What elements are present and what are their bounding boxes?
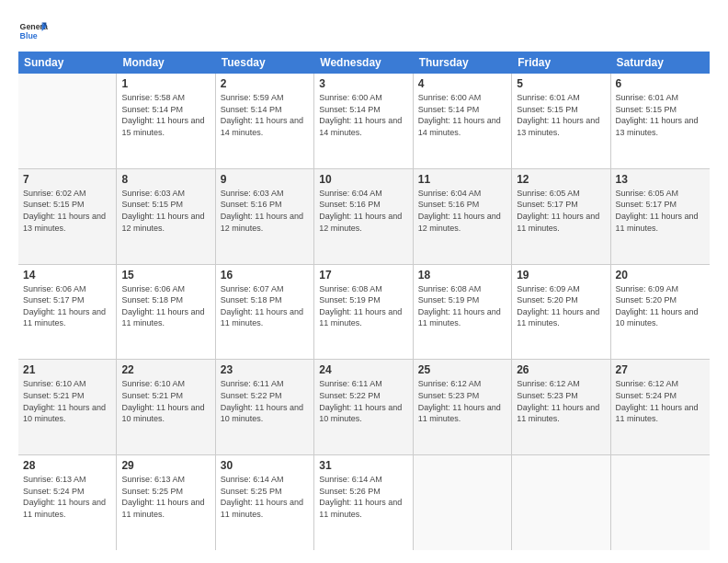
cell-info: Sunrise: 6:01 AMSunset: 5:15 PMDaylight:… — [616, 92, 705, 138]
day-number: 14 — [23, 269, 111, 282]
day-number: 18 — [418, 269, 506, 282]
day-number: 20 — [616, 269, 705, 282]
calendar-cell: 23Sunrise: 6:11 AMSunset: 5:22 PMDayligh… — [216, 360, 314, 454]
calendar: SundayMondayTuesdayWednesdayThursdayFrid… — [18, 52, 710, 550]
calendar-cell: 3Sunrise: 6:00 AMSunset: 5:14 PMDaylight… — [314, 74, 413, 168]
day-number: 21 — [23, 363, 111, 376]
cell-info: Sunrise: 6:09 AMSunset: 5:20 PMDaylight:… — [517, 283, 605, 329]
calendar-cell — [611, 455, 710, 550]
cell-info: Sunrise: 6:03 AMSunset: 5:16 PMDaylight:… — [221, 188, 309, 234]
calendar-cell: 21Sunrise: 6:10 AMSunset: 5:21 PMDayligh… — [18, 360, 117, 454]
header-day: Thursday — [414, 52, 512, 74]
calendar-cell: 15Sunrise: 6:06 AMSunset: 5:18 PMDayligh… — [117, 265, 215, 360]
calendar-cell: 10Sunrise: 6:04 AMSunset: 5:16 PMDayligh… — [314, 169, 413, 264]
calendar-cell: 30Sunrise: 6:14 AMSunset: 5:25 PMDayligh… — [216, 455, 314, 550]
day-number: 2 — [221, 77, 309, 90]
day-number: 28 — [23, 459, 111, 472]
day-number: 1 — [121, 77, 210, 90]
day-number: 5 — [517, 77, 605, 90]
day-number: 8 — [121, 173, 210, 186]
calendar-cell: 1Sunrise: 5:58 AMSunset: 5:14 PMDaylight… — [117, 74, 215, 168]
cell-info: Sunrise: 6:13 AMSunset: 5:25 PMDaylight:… — [121, 474, 210, 520]
calendar-cell: 18Sunrise: 6:08 AMSunset: 5:19 PMDayligh… — [414, 265, 512, 360]
day-number: 25 — [418, 363, 506, 376]
logo: General Blue — [18, 17, 48, 46]
cell-info: Sunrise: 6:11 AMSunset: 5:22 PMDaylight:… — [319, 378, 407, 424]
day-number: 27 — [616, 363, 705, 376]
calendar-header: SundayMondayTuesdayWednesdayThursdayFrid… — [18, 52, 710, 74]
day-number: 16 — [221, 269, 309, 282]
calendar-cell: 4Sunrise: 6:00 AMSunset: 5:14 PMDaylight… — [414, 74, 512, 168]
calendar-row: 21Sunrise: 6:10 AMSunset: 5:21 PMDayligh… — [18, 360, 710, 455]
cell-info: Sunrise: 6:04 AMSunset: 5:16 PMDaylight:… — [319, 188, 407, 234]
calendar-page: General Blue SundayMondayTuesdayWednesda… — [0, 0, 728, 563]
calendar-cell: 28Sunrise: 6:13 AMSunset: 5:24 PMDayligh… — [18, 455, 117, 550]
calendar-cell: 16Sunrise: 6:07 AMSunset: 5:18 PMDayligh… — [216, 265, 314, 360]
svg-text:Blue: Blue — [20, 31, 38, 40]
logo-icon: General Blue — [18, 17, 48, 46]
day-number: 15 — [121, 269, 210, 282]
calendar-cell: 14Sunrise: 6:06 AMSunset: 5:17 PMDayligh… — [18, 265, 117, 360]
calendar-cell: 19Sunrise: 6:09 AMSunset: 5:20 PMDayligh… — [512, 265, 610, 360]
calendar-cell: 5Sunrise: 6:01 AMSunset: 5:15 PMDaylight… — [512, 74, 610, 168]
day-number: 22 — [121, 363, 210, 376]
calendar-cell: 24Sunrise: 6:11 AMSunset: 5:22 PMDayligh… — [314, 360, 413, 454]
day-number: 4 — [418, 77, 506, 90]
calendar-cell: 25Sunrise: 6:12 AMSunset: 5:23 PMDayligh… — [414, 360, 512, 454]
cell-info: Sunrise: 6:13 AMSunset: 5:24 PMDaylight:… — [23, 474, 111, 520]
day-number: 10 — [319, 173, 407, 186]
cell-info: Sunrise: 6:00 AMSunset: 5:14 PMDaylight:… — [418, 92, 506, 138]
day-number: 17 — [319, 269, 407, 282]
day-number: 9 — [221, 173, 309, 186]
day-number: 24 — [319, 363, 407, 376]
calendar-cell: 2Sunrise: 5:59 AMSunset: 5:14 PMDaylight… — [216, 74, 314, 168]
cell-info: Sunrise: 6:12 AMSunset: 5:23 PMDaylight:… — [517, 378, 605, 424]
cell-info: Sunrise: 6:01 AMSunset: 5:15 PMDaylight:… — [517, 92, 605, 138]
calendar-cell: 13Sunrise: 6:05 AMSunset: 5:17 PMDayligh… — [611, 169, 710, 264]
calendar-cell: 27Sunrise: 6:12 AMSunset: 5:24 PMDayligh… — [611, 360, 710, 454]
cell-info: Sunrise: 6:14 AMSunset: 5:26 PMDaylight:… — [319, 474, 407, 520]
cell-info: Sunrise: 6:07 AMSunset: 5:18 PMDaylight:… — [221, 283, 309, 329]
cell-info: Sunrise: 6:10 AMSunset: 5:21 PMDaylight:… — [121, 378, 210, 424]
day-number: 31 — [319, 459, 407, 472]
cell-info: Sunrise: 6:02 AMSunset: 5:15 PMDaylight:… — [23, 188, 111, 234]
day-number: 29 — [121, 459, 210, 472]
header: General Blue — [18, 17, 710, 46]
header-day: Tuesday — [216, 52, 314, 74]
calendar-cell: 20Sunrise: 6:09 AMSunset: 5:20 PMDayligh… — [611, 265, 710, 360]
day-number: 23 — [221, 363, 309, 376]
day-number: 13 — [616, 173, 705, 186]
cell-info: Sunrise: 5:58 AMSunset: 5:14 PMDaylight:… — [121, 92, 210, 138]
cell-info: Sunrise: 6:11 AMSunset: 5:22 PMDaylight:… — [221, 378, 309, 424]
day-number: 11 — [418, 173, 506, 186]
day-number: 30 — [221, 459, 309, 472]
calendar-row: 1Sunrise: 5:58 AMSunset: 5:14 PMDaylight… — [18, 74, 710, 169]
calendar-cell: 8Sunrise: 6:03 AMSunset: 5:15 PMDaylight… — [117, 169, 215, 264]
calendar-cell — [18, 74, 117, 168]
calendar-cell: 29Sunrise: 6:13 AMSunset: 5:25 PMDayligh… — [117, 455, 215, 550]
cell-info: Sunrise: 6:10 AMSunset: 5:21 PMDaylight:… — [23, 378, 111, 424]
header-day: Monday — [117, 52, 215, 74]
calendar-cell: 31Sunrise: 6:14 AMSunset: 5:26 PMDayligh… — [314, 455, 413, 550]
calendar-row: 28Sunrise: 6:13 AMSunset: 5:24 PMDayligh… — [18, 455, 710, 550]
calendar-cell: 7Sunrise: 6:02 AMSunset: 5:15 PMDaylight… — [18, 169, 117, 264]
cell-info: Sunrise: 6:14 AMSunset: 5:25 PMDaylight:… — [221, 474, 309, 520]
cell-info: Sunrise: 6:00 AMSunset: 5:14 PMDaylight:… — [319, 92, 407, 138]
calendar-cell: 12Sunrise: 6:05 AMSunset: 5:17 PMDayligh… — [512, 169, 610, 264]
cell-info: Sunrise: 6:08 AMSunset: 5:19 PMDaylight:… — [319, 283, 407, 329]
header-day: Friday — [512, 52, 610, 74]
header-day: Sunday — [18, 52, 117, 74]
day-number: 12 — [517, 173, 605, 186]
header-day: Saturday — [611, 52, 710, 74]
day-number: 6 — [616, 77, 705, 90]
calendar-cell: 11Sunrise: 6:04 AMSunset: 5:16 PMDayligh… — [414, 169, 512, 264]
calendar-cell: 6Sunrise: 6:01 AMSunset: 5:15 PMDaylight… — [611, 74, 710, 168]
cell-info: Sunrise: 6:06 AMSunset: 5:17 PMDaylight:… — [23, 283, 111, 329]
calendar-cell: 26Sunrise: 6:12 AMSunset: 5:23 PMDayligh… — [512, 360, 610, 454]
calendar-row: 14Sunrise: 6:06 AMSunset: 5:17 PMDayligh… — [18, 265, 710, 361]
calendar-cell — [512, 455, 610, 550]
calendar-row: 7Sunrise: 6:02 AMSunset: 5:15 PMDaylight… — [18, 169, 710, 265]
day-number: 26 — [517, 363, 605, 376]
cell-info: Sunrise: 6:05 AMSunset: 5:17 PMDaylight:… — [517, 188, 605, 234]
calendar-cell: 9Sunrise: 6:03 AMSunset: 5:16 PMDaylight… — [216, 169, 314, 264]
